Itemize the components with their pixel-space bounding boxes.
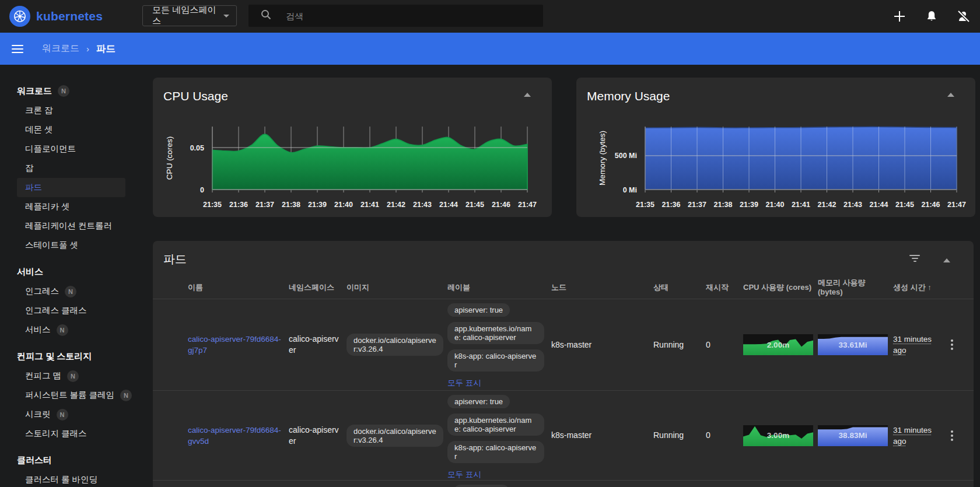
pod-name-link[interactable]: calico-apiserver-79fd6684-gvv5d [188, 425, 289, 447]
show-all-labels-link[interactable]: 모두 표시 [447, 378, 481, 388]
breadcrumb-bar: 워크로드 › 파드 [0, 33, 980, 65]
new-badge: N [67, 370, 79, 382]
sidebar-item[interactable]: 스테이트풀 셋 [0, 236, 143, 255]
svg-text:21:35: 21:35 [636, 201, 654, 209]
svg-text:21:39: 21:39 [740, 201, 758, 209]
image-chip: docker.io/calico/apiserver:v3.26.4 [346, 334, 443, 356]
status-text-cell: Running [653, 430, 706, 441]
svg-text:Memory (bytes): Memory (bytes) [598, 131, 607, 185]
dot [951, 439, 953, 441]
sidebar-item[interactable]: 인그레스N [0, 282, 143, 301]
cpu-usage-value: 3.00m [743, 425, 813, 446]
label-chip-partial [453, 485, 510, 487]
sidebar-item[interactable]: 스토리지 클래스 [0, 424, 143, 443]
new-badge: N [120, 390, 132, 401]
sidebar-item-label: 컨피그 맵 [25, 370, 61, 381]
column-header[interactable]: 상태 [653, 283, 706, 292]
table-row: calico-apiserver-79fd6684-gvv5dcalico-ap… [153, 391, 974, 481]
brand: kubernetes [9, 6, 103, 27]
cpu-sparkline: 3.00m [743, 425, 813, 446]
new-badge: N [57, 409, 68, 421]
collapse-arrow-icon[interactable] [524, 93, 531, 97]
sidebar-item[interactable]: 서비스N [0, 320, 143, 339]
cpu-usage-cell: 3.00m [743, 425, 818, 446]
svg-text:21:41: 21:41 [792, 201, 810, 209]
sidebar-item-label: 잡 [25, 163, 34, 174]
namespace-cell: calico-apiserver [289, 334, 346, 356]
sidebar-item[interactable]: 컨피그 맵N [0, 366, 143, 386]
collapse-arrow-icon[interactable] [947, 93, 954, 97]
restarts-cell: 0 [706, 430, 743, 441]
sidebar-item[interactable]: 퍼시스턴트 볼륨 클레임N [0, 386, 143, 405]
svg-text:21:36: 21:36 [662, 201, 681, 209]
column-header[interactable]: 메모리 사용량 (bytes) [818, 278, 893, 297]
svg-text:21:40: 21:40 [334, 201, 353, 209]
sidebar-section-title: 워크로드 [17, 86, 52, 97]
column-header[interactable]: 노드 [551, 283, 653, 292]
table-row: calico-apiserver-79fd6684-gj7p7calico-ap… [153, 299, 974, 391]
svg-text:21:47: 21:47 [947, 201, 966, 209]
menu-hamburger-icon[interactable] [12, 45, 23, 53]
filter-icon[interactable] [909, 255, 920, 262]
cpu-usage-card: CPU Usage 00.0521:3521:3621:3721:3821:39… [153, 78, 552, 217]
user-logged-out-icon[interactable] [957, 9, 971, 23]
image-cell: docker.io/calico/apiserver:v3.26.4 [346, 425, 447, 447]
column-header[interactable]: 이미지 [346, 283, 447, 292]
svg-text:21:43: 21:43 [413, 201, 432, 209]
notifications-bell-icon[interactable] [925, 9, 939, 23]
cpu-usage-value: 2.00m [743, 334, 813, 355]
svg-text:0.05: 0.05 [190, 144, 204, 152]
show-all-labels-link[interactable]: 모두 표시 [447, 470, 481, 480]
row-actions-menu[interactable] [945, 337, 959, 352]
created-time: 31 minutes ago [893, 335, 932, 355]
svg-text:21:42: 21:42 [818, 201, 836, 209]
breadcrumb-current: 파드 [96, 43, 116, 55]
sidebar-item[interactable]: 인그레스 클래스 [0, 301, 143, 320]
column-header[interactable]: 이름 [188, 283, 289, 292]
status-cell [153, 339, 188, 350]
sidebar-item[interactable]: 잡 [0, 159, 143, 178]
sidebar-item-label: 파드 [25, 182, 42, 193]
dot [951, 435, 953, 437]
sidebar-item[interactable]: 시크릿N [0, 405, 143, 424]
dot [951, 339, 953, 342]
search-input[interactable] [286, 11, 519, 21]
row-menu-cell [945, 428, 974, 443]
sidebar-item-label: 데몬 셋 [25, 124, 53, 135]
column-header[interactable]: 생성 시간 ↑ [893, 283, 945, 292]
column-header[interactable]: 네임스페이스 [289, 283, 346, 292]
name-cell: calico-apiserver-79fd6684-gvv5d [188, 425, 289, 447]
svg-text:21:47: 21:47 [518, 201, 537, 209]
memory-usage-cell: 33.61Mi [818, 334, 893, 355]
row-actions-menu[interactable] [945, 428, 959, 443]
breadcrumb-section[interactable]: 워크로드 [42, 43, 79, 55]
sidebar-item[interactable]: 데몬 셋 [0, 120, 143, 139]
sidebar-item[interactable]: 파드 [17, 178, 125, 197]
sidebar-item[interactable]: 디플로이먼트 [0, 139, 143, 159]
sidebar-item[interactable]: 레플리카 셋 [0, 197, 143, 216]
sidebar-item-label: 인그레스 클래스 [25, 305, 87, 316]
label-chip: app.kubernetes.io/name: calico-apiserver [447, 414, 544, 436]
namespace-selector[interactable]: 모든 네임스페이스 [142, 5, 237, 26]
pod-name-link[interactable]: calico-apiserver-79fd6684-gj7p7 [188, 334, 289, 356]
column-header[interactable]: CPU 사용량 (cores) [743, 283, 818, 292]
svg-text:21:38: 21:38 [714, 201, 733, 209]
image-chip: docker.io/calico/apiserver:v3.26.4 [346, 425, 443, 447]
svg-text:21:40: 21:40 [766, 201, 785, 209]
collapse-arrow-icon[interactable] [943, 258, 950, 262]
sidebar-section-header: 워크로드N [0, 81, 143, 101]
sidebar-item[interactable]: 클러스터 롤 바인딩 [0, 470, 143, 487]
column-header[interactable]: 레이블 [447, 283, 551, 292]
sidebar-section-header: 컨피그 및 스토리지 [0, 346, 143, 366]
memory-usage-cell: 38.83Mi [818, 425, 893, 446]
sidebar-item-label: 클러스터 롤 바인딩 [25, 474, 97, 485]
label-chip: app.kubernetes.io/name: calico-apiserver [447, 322, 544, 344]
sidebar-item[interactable]: 크론 잡 [0, 101, 143, 120]
pods-card: 파드 이름네임스페이스이미지레이블노드상태재시작CPU 사용량 (cores)메… [153, 241, 974, 487]
column-header[interactable]: 재시작 [706, 283, 743, 292]
sidebar-item[interactable]: 레플리케이션 컨트롤러 [0, 216, 143, 236]
sidebar-section-header: 서비스 [0, 262, 143, 282]
sidebar-section-header: 클러스터 [0, 450, 143, 470]
svg-text:0 Mi: 0 Mi [623, 186, 637, 194]
add-resource-button[interactable] [892, 9, 907, 23]
